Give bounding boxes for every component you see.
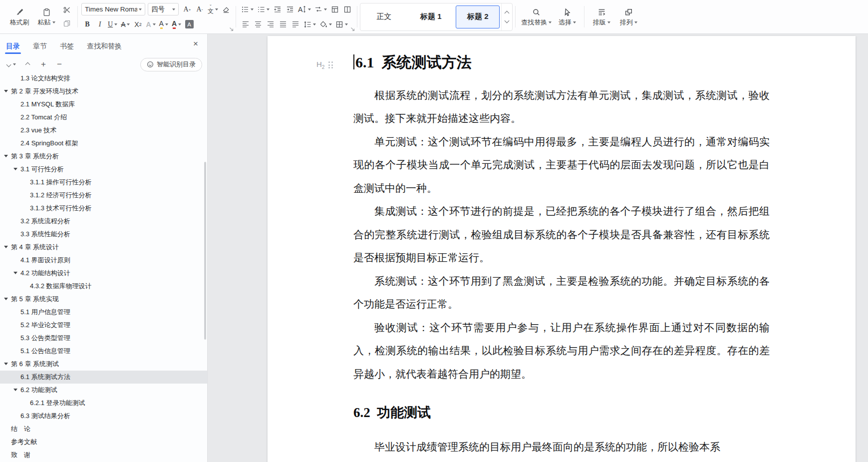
sidebar-tab[interactable]: 章节 [33,42,47,49]
sidebar-tab[interactable]: 查找和替换 [87,42,122,49]
toc-item[interactable]: 4.2 功能结构设计 [0,267,207,280]
bold-button[interactable]: B [81,18,93,30]
copy-button[interactable] [61,17,73,29]
document-page[interactable]: H2 6.1 系统测试方法 根据系统的测试流程，划分的系统测试方法有单元测试，集… [268,36,856,462]
expand-levels-button[interactable] [5,58,18,71]
sidebar-tab[interactable]: 书签 [60,42,74,49]
paragraph-partial[interactable]: 毕业设计成绩管理系统的目标用户最终面向的是系统的功能，所以检验本系 [353,436,770,459]
char-shading-button[interactable]: A [183,18,195,30]
numbered-list-button[interactable] [256,3,271,15]
superscript-button[interactable]: X2 [132,18,144,30]
align-left-button[interactable] [240,18,252,30]
paragraph[interactable]: 根据系统的测试流程，划分的系统测试方法有单元测试，集成测试，系统测试，验收测试。… [353,84,770,130]
toc-item[interactable]: 6.2 功能测试 [0,384,207,397]
shrink-font-button[interactable]: A- [194,3,206,15]
text-effects-button[interactable]: A [144,18,157,30]
format-painter-button[interactable]: 格式刷 [6,2,33,31]
paragraph[interactable]: 系统测试：这个环节用到了黑盒测试，主要是检验系统的功能。并确定目标系统的各个功能… [353,270,770,316]
toc-item[interactable]: 3.1.2 经济可行性分析 [0,189,207,202]
sidebar-tab[interactable]: 目录 [6,42,20,49]
shading-fill-button[interactable] [318,18,333,30]
close-sidebar-button[interactable]: × [190,38,201,49]
arrange-button[interactable]: 排列 [615,2,642,31]
toc-item[interactable]: 2.2 Tomcat 介绍 [0,111,207,124]
toc-item[interactable]: 参考文献 [0,436,207,449]
toc-item[interactable]: 3.1 可行性分析 [0,163,207,176]
collapse-arrow-icon[interactable] [4,246,8,248]
paste-button[interactable]: 粘贴 [33,2,60,31]
collapse-arrow-icon[interactable] [4,298,8,300]
toc-item[interactable]: 5.1 用户信息管理 [0,306,207,319]
borders-button[interactable] [334,18,349,30]
toc-item[interactable]: 致 谢 [0,449,207,462]
expand-item-button[interactable]: + [37,58,50,71]
paragraph[interactable]: 单元测试：这个测试环节在编码中用得最多，主要是编程人员进行的，通常对编码实现的各… [353,130,770,200]
toc-item[interactable]: 3.1.3 技术可行性分析 [0,202,207,215]
toc-item[interactable]: 3.3 系统性能分析 [0,228,207,241]
toc-item[interactable]: 2.4 SpringBoot 框架 [0,137,207,150]
drag-dots-icon[interactable] [328,61,333,68]
strikethrough-button[interactable]: A [119,18,131,30]
font-family-combobox[interactable]: Times New Roma [81,3,145,15]
toc-item[interactable]: 结 论 [0,423,207,436]
grow-font-button[interactable]: A+ [181,3,193,15]
collapse-item-button[interactable]: − [53,58,66,71]
toc-item[interactable]: 3.1.1 操作可行性分析 [0,176,207,189]
heading-handle[interactable]: H2 [316,60,333,70]
distribute-button[interactable] [289,18,301,30]
style-option[interactable]: 标题 2 [456,5,500,28]
sidebar-scrollbar-thumb[interactable] [204,162,206,340]
toc-item[interactable]: 4.1 界面设计原则 [0,254,207,267]
justify-button[interactable] [277,18,289,30]
toc-item[interactable]: 第 4 章 系统设计 [0,241,207,254]
collapse-arrow-icon[interactable] [4,90,8,92]
collapse-arrow-icon[interactable] [13,389,17,391]
toc-item[interactable]: 第 5 章 系统实现 [0,293,207,306]
toc-item[interactable]: 6.1 系统测试方法 [0,371,207,384]
increase-indent-button[interactable] [284,3,296,15]
toc-item[interactable]: 4.3.2 数据库物理设计 [0,280,207,293]
collapse-arrow-icon[interactable] [4,155,8,157]
collapse-arrow-icon[interactable] [13,272,17,274]
align-right-button[interactable] [265,18,277,30]
underline-button[interactable]: U [106,18,119,30]
char-scale-button[interactable]: A [296,3,312,15]
paragraph[interactable]: 验收测试：这个环节需要用户参与，让用户在系统操作界面上通过对不同数据的输入，检测… [353,316,770,386]
collapse-all-button[interactable] [21,58,34,71]
select-button[interactable]: 选择 [554,2,580,31]
toc-item[interactable]: 3.2 系统流程分析 [0,215,207,228]
layout-grid-button[interactable] [329,3,341,15]
heading-6-1[interactable]: 6.1 系统测试方法 [353,53,770,72]
toc-item[interactable]: 5.2 毕业论文管理 [0,319,207,332]
toc-item[interactable]: 1.3 论文结构安排 [0,75,207,85]
style-option[interactable]: 正文 [362,5,406,28]
font-color-button[interactable]: A [170,18,183,30]
align-center-button[interactable] [252,18,264,30]
toc-item[interactable]: 5.1 公告信息管理 [0,345,207,358]
heading-6-2[interactable]: 6.2 功能测试 [353,404,770,422]
toc-item[interactable]: 6.2.1 登录功能测试 [0,397,207,410]
asian-layout-button[interactable] [313,3,328,15]
toc-item[interactable]: 5.3 公告类型管理 [0,332,207,345]
highlight-button[interactable]: A [158,18,170,30]
toc-item[interactable]: 第 3 章 系统分析 [0,150,207,163]
clear-format-button[interactable] [220,3,232,15]
typeset-button[interactable]: 排版 [588,2,615,31]
document-canvas[interactable]: H2 6.1 系统测试方法 根据系统的测试流程，划分的系统测试方法有单元测试，集… [208,34,868,462]
font-size-combobox[interactable]: 四号 [148,3,179,15]
bullet-list-button[interactable] [240,3,255,15]
toc-item[interactable]: 第 6 章 系统测试 [0,358,207,371]
italic-button[interactable]: I [94,18,106,30]
toc-item[interactable]: 第 2 章 开发环境与技术 [0,85,207,98]
cut-button[interactable] [61,4,73,16]
decrease-indent-button[interactable] [272,3,284,15]
toc-item[interactable]: 2.1 MYSQL 数据库 [0,98,207,111]
paragraph[interactable]: 集成测试：这个环节进行的前提是，已经把系统的各个子模块进行了组合，然后把组合的完… [353,200,770,270]
toc-item[interactable]: 2.3 vue 技术 [0,124,207,137]
style-option[interactable]: 标题 1 [409,5,453,28]
line-spacing-button[interactable] [302,18,317,30]
columns-button[interactable] [341,3,353,15]
collapse-arrow-icon[interactable] [4,363,8,365]
toc-item[interactable]: 6.3 测试结果分析 [0,410,207,423]
scroll-up-icon[interactable] [505,10,510,15]
